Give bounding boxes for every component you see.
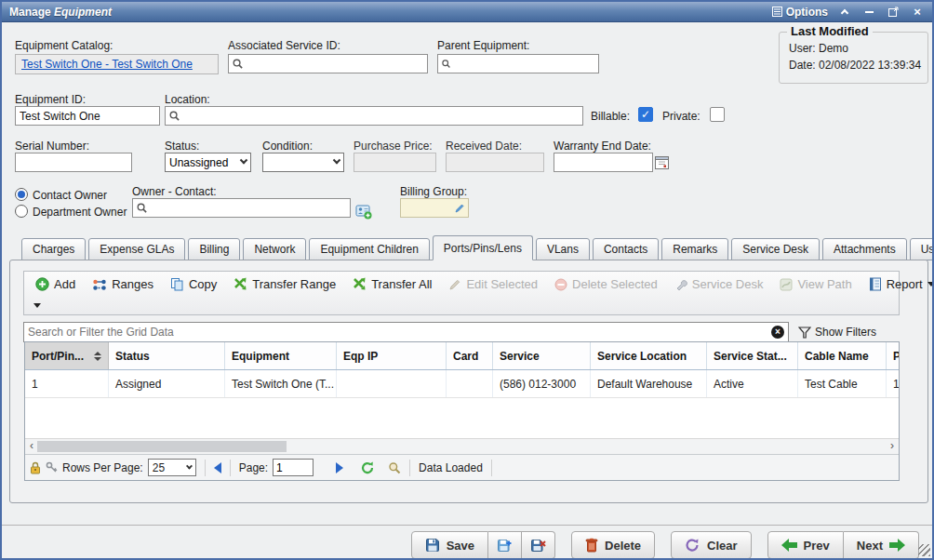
- location-input[interactable]: [180, 108, 580, 124]
- magnifier-icon[interactable]: [388, 461, 401, 474]
- equipment-catalog-label: Equipment Catalog:: [15, 39, 113, 52]
- add-contact-button[interactable]: [354, 202, 373, 220]
- tab-bar: Charges Expense GLAs Billing Network Equ…: [9, 236, 928, 260]
- tab-equipment-children[interactable]: Equipment Children: [309, 238, 429, 260]
- pager-separator: [409, 460, 410, 476]
- column-header-service[interactable]: Service: [493, 342, 591, 369]
- grid-search-input[interactable]: [28, 326, 771, 339]
- tab-user-defined-fields[interactable]: User Defined Fields: [910, 238, 934, 260]
- tab-remarks[interactable]: Remarks: [661, 238, 728, 260]
- column-header-service-status[interactable]: Service Stat...: [707, 342, 798, 369]
- save-and-close-button[interactable]: [522, 531, 555, 559]
- transfer-all-icon: [353, 277, 367, 291]
- save-button[interactable]: Save: [411, 531, 488, 559]
- previous-page-button[interactable]: [214, 462, 221, 473]
- received-date-label: Received Date:: [446, 140, 522, 153]
- report-button[interactable]: Report: [863, 275, 934, 293]
- cell-service-status: Active: [707, 370, 798, 397]
- lock-icon[interactable]: [30, 461, 41, 474]
- key-icon[interactable]: [46, 461, 58, 474]
- column-header-p[interactable]: P: [887, 342, 899, 369]
- tab-attachments[interactable]: Attachments: [822, 238, 907, 260]
- column-header-cable-name[interactable]: Cable Name: [798, 342, 887, 369]
- column-header-eqp-ip[interactable]: Eqp IP: [337, 342, 447, 369]
- delete-button[interactable]: Delete: [571, 531, 655, 559]
- tab-vlans[interactable]: VLans: [536, 238, 590, 260]
- copy-button[interactable]: Copy: [165, 275, 222, 293]
- trash-icon: [585, 538, 598, 553]
- close-button[interactable]: ×: [910, 6, 925, 19]
- prev-button[interactable]: Prev: [767, 531, 844, 559]
- resize-grip[interactable]: [918, 544, 930, 556]
- transfer-all-button[interactable]: Transfer All: [347, 275, 437, 293]
- column-header-equipment[interactable]: Equipment: [225, 342, 337, 369]
- cell-cable-name: Test Cable: [798, 370, 887, 397]
- grid-row[interactable]: 1 Assigned Test Switch One (T... (586) 0…: [25, 370, 899, 398]
- private-checkbox[interactable]: [710, 107, 725, 122]
- ranges-icon: [92, 278, 107, 291]
- save-and-new-button[interactable]: [488, 531, 522, 559]
- warranty-end-date-input[interactable]: [554, 153, 653, 172]
- billable-checkbox[interactable]: ✓: [638, 107, 653, 122]
- contact-owner-radio[interactable]: [15, 188, 28, 201]
- tab-ports-pins-lens[interactable]: Ports/Pins/Lens: [433, 235, 533, 260]
- calendar-button[interactable]: [654, 153, 670, 170]
- column-header-service-location[interactable]: Service Location: [591, 342, 707, 369]
- options-button[interactable]: Options: [772, 6, 828, 19]
- collapse-button[interactable]: [837, 6, 852, 19]
- scroll-left-arrow[interactable]: ‹: [25, 439, 38, 454]
- show-filters-button[interactable]: Show Filters: [798, 326, 876, 339]
- options-icon: [772, 7, 782, 17]
- serial-number-input[interactable]: [15, 153, 132, 172]
- column-header-status[interactable]: Status: [109, 342, 225, 369]
- view-path-label: View Path: [797, 277, 851, 291]
- column-header-card[interactable]: Card: [447, 342, 493, 369]
- edit-selected-button: Edit Selected: [443, 275, 543, 293]
- transfer-range-button[interactable]: Transfer Range: [228, 275, 341, 293]
- tab-charges[interactable]: Charges: [21, 238, 86, 260]
- scrollbar-thumb[interactable]: [37, 441, 287, 452]
- column-label: Service Stat...: [714, 350, 787, 363]
- minimize-button[interactable]: [861, 6, 876, 19]
- next-button[interactable]: Next: [844, 531, 919, 559]
- owner-contact-input[interactable]: [148, 200, 347, 216]
- page-input[interactable]: [273, 459, 314, 476]
- rows-per-page-select[interactable]: 25: [148, 459, 196, 476]
- save-icon: [425, 538, 440, 553]
- equipment-id-input[interactable]: [15, 106, 160, 126]
- refresh-icon[interactable]: [360, 460, 375, 475]
- clear-button[interactable]: Clear: [671, 531, 752, 559]
- horizontal-scrollbar[interactable]: ‹ ›: [25, 438, 899, 454]
- status-select[interactable]: Unassigned: [165, 153, 251, 172]
- associated-service-id-input[interactable]: [244, 56, 424, 72]
- parent-equipment-label: Parent Equipment:: [437, 39, 529, 52]
- location-label: Location:: [165, 93, 210, 106]
- next-page-button[interactable]: [336, 462, 343, 473]
- cell-service: (586) 012-3000: [493, 370, 591, 397]
- tab-network[interactable]: Network: [243, 238, 306, 260]
- equipment-catalog-link[interactable]: Test Switch One - Test Switch One: [21, 58, 193, 71]
- save-plus-icon: [497, 538, 513, 553]
- pencil-icon[interactable]: [454, 203, 465, 214]
- clear-search-button[interactable]: ×: [771, 326, 784, 339]
- owner-contact-label: Owner - Contact:: [132, 185, 217, 198]
- owner-contact-field: [132, 198, 351, 218]
- department-owner-radio[interactable]: [15, 205, 28, 218]
- parent-equipment-input[interactable]: [451, 56, 595, 72]
- ranges-button[interactable]: Ranges: [87, 275, 159, 293]
- calendar-icon: [655, 155, 669, 169]
- tab-contacts[interactable]: Contacts: [593, 238, 659, 260]
- column-label: Service Location: [597, 350, 687, 363]
- parent-equipment-field: [437, 54, 599, 73]
- tab-service-desk[interactable]: Service Desk: [731, 238, 820, 260]
- column-header-port-pin[interactable]: Port/Pin...: [25, 342, 109, 369]
- tab-billing[interactable]: Billing: [188, 238, 240, 260]
- column-label: Service: [500, 350, 540, 363]
- toolbar-overflow-button[interactable]: [33, 303, 41, 308]
- scroll-right-arrow[interactable]: ›: [886, 439, 899, 454]
- view-path-button: View Path: [774, 275, 857, 293]
- condition-select[interactable]: [262, 153, 344, 172]
- tab-expense-glas[interactable]: Expense GLAs: [88, 238, 185, 260]
- add-button[interactable]: Add: [30, 275, 81, 293]
- popout-button[interactable]: [886, 6, 901, 19]
